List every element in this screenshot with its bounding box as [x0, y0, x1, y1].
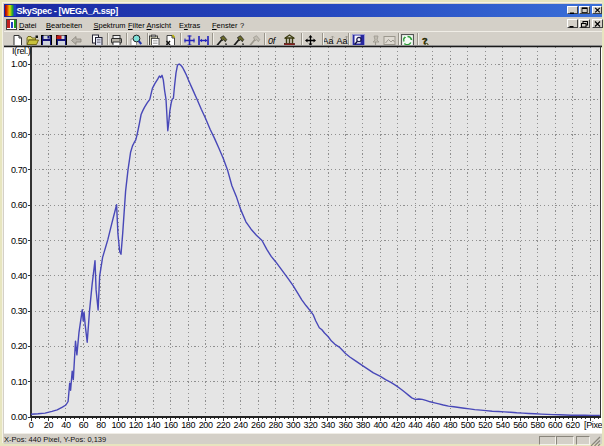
svg-text:420: 420: [391, 420, 405, 430]
svg-text:0.80: 0.80: [11, 130, 27, 140]
svg-text:20: 20: [44, 420, 54, 430]
svg-text:340: 340: [321, 420, 335, 430]
svg-text:I(rel.): I(rel.): [12, 46, 31, 56]
svg-text:0.30: 0.30: [11, 306, 27, 316]
svg-text:0.40: 0.40: [11, 271, 27, 281]
svg-text:320: 320: [304, 420, 318, 430]
svg-text:0.60: 0.60: [11, 200, 27, 210]
svg-text:440: 440: [408, 420, 422, 430]
svg-text:560: 560: [513, 420, 527, 430]
svg-text:1.00: 1.00: [11, 59, 27, 69]
svg-text:240: 240: [234, 420, 248, 430]
svg-text:200: 200: [199, 420, 213, 430]
svg-text:620: 620: [566, 420, 580, 430]
svg-text:360: 360: [339, 420, 353, 430]
svg-text:80: 80: [96, 420, 106, 430]
svg-text:500: 500: [461, 420, 475, 430]
svg-text:180: 180: [181, 420, 195, 430]
svg-text:140: 140: [146, 420, 160, 430]
svg-text:0.50: 0.50: [11, 236, 27, 246]
svg-text:260: 260: [251, 420, 265, 430]
svg-text:160: 160: [164, 420, 178, 430]
svg-text:600: 600: [548, 420, 562, 430]
svg-text:60: 60: [79, 420, 89, 430]
svg-text:400: 400: [373, 420, 387, 430]
svg-text:580: 580: [531, 420, 545, 430]
svg-text:460: 460: [426, 420, 440, 430]
svg-text:[Pixel]: [Pixel]: [584, 420, 602, 430]
svg-text:220: 220: [216, 420, 230, 430]
svg-text:520: 520: [478, 420, 492, 430]
svg-text:0.70: 0.70: [11, 165, 27, 175]
svg-text:380: 380: [356, 420, 370, 430]
svg-text:280: 280: [269, 420, 283, 430]
svg-text:0.10: 0.10: [11, 377, 27, 387]
svg-text:300: 300: [286, 420, 300, 430]
svg-text:0.90: 0.90: [11, 94, 27, 104]
svg-text:540: 540: [496, 420, 510, 430]
svg-text:40: 40: [61, 420, 71, 430]
svg-text:0: 0: [29, 420, 34, 430]
svg-text:480: 480: [443, 420, 457, 430]
svg-text:120: 120: [129, 420, 143, 430]
svg-text:0.20: 0.20: [11, 341, 27, 351]
svg-text:0.00: 0.00: [11, 412, 27, 422]
svg-text:100: 100: [111, 420, 125, 430]
